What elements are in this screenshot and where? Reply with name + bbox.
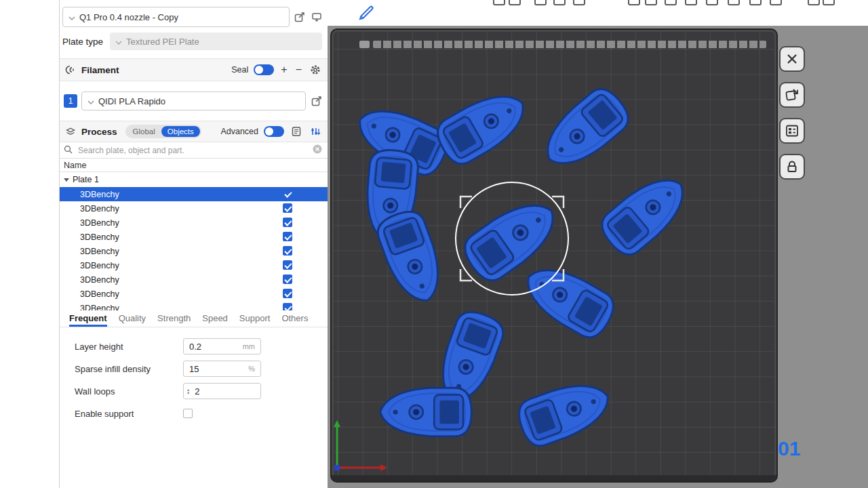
tab-frequent[interactable]: Frequent xyxy=(69,313,107,327)
plate-calibration-strip xyxy=(373,41,766,48)
setting-row: Wall loops▴▾2 xyxy=(75,383,328,399)
filament-section-header: Filament Seal + − xyxy=(60,58,328,81)
printer-row: Q1 Pro 0.4 nozzle - Copy xyxy=(60,0,328,27)
object-list-row[interactable]: 3DBenchy xyxy=(60,287,328,301)
scope-global-button[interactable]: Global xyxy=(127,126,161,137)
object-list-row[interactable]: 3DBenchy xyxy=(60,230,328,244)
setting-row: Sparse infill density15% xyxy=(75,361,328,377)
printer-select-value: Q1 Pro 0.4 nozzle - Copy xyxy=(79,12,178,22)
object-name: 3DBenchy xyxy=(80,218,119,228)
toolbar-icon-clipped[interactable] xyxy=(573,0,585,5)
plate-type-row: Plate type Textured PEI Plate xyxy=(60,27,328,52)
filament-settings-gear-icon[interactable] xyxy=(309,63,322,77)
toolbar-icon-clipped[interactable] xyxy=(728,0,740,5)
print-object-checkbox[interactable] xyxy=(283,289,292,298)
remove-filament-button[interactable]: − xyxy=(294,64,303,75)
object-list-row[interactable]: 3DBenchy xyxy=(60,301,328,310)
scope-objects-button[interactable]: Objects xyxy=(161,126,200,137)
edit-filament-icon[interactable] xyxy=(310,94,323,108)
pencil-tool-icon[interactable] xyxy=(357,3,375,24)
toolbar-icon-clipped[interactable] xyxy=(808,0,820,5)
advanced-toggle[interactable] xyxy=(264,126,284,137)
toolbar-icon-clipped[interactable] xyxy=(749,0,762,5)
setting-unit: mm xyxy=(243,342,255,350)
toolbar-icon-clipped[interactable] xyxy=(706,0,718,5)
tab-others[interactable]: Others xyxy=(281,313,308,327)
toolbar-icon-clipped[interactable] xyxy=(509,0,521,5)
tab-speed[interactable]: Speed xyxy=(202,313,228,327)
lock-plate-button[interactable] xyxy=(779,154,805,180)
filament-slot-row: 1 QIDI PLA Rapido xyxy=(60,81,328,121)
tab-quality[interactable]: Quality xyxy=(119,313,146,327)
setting-input[interactable]: 15% xyxy=(183,361,261,377)
setting-unit: % xyxy=(248,365,255,373)
object-list-row[interactable]: 3DBenchy xyxy=(60,244,328,258)
edit-preset-icon[interactable] xyxy=(293,10,307,24)
toolbar-icon-clipped[interactable] xyxy=(685,0,697,5)
toolbar-icon-clipped[interactable] xyxy=(534,0,547,5)
print-object-checkbox[interactable] xyxy=(283,218,292,227)
object-list-row[interactable]: 3DBenchy xyxy=(60,272,328,287)
arrange-plate-button[interactable] xyxy=(779,118,805,144)
print-object-checkbox[interactable] xyxy=(283,232,292,241)
print-object-checkbox[interactable] xyxy=(283,303,292,310)
process-section-header: Process Global Objects Advanced xyxy=(60,121,328,142)
toolbar-icon-clipped[interactable] xyxy=(645,0,657,5)
setting-input[interactable]: 0.2mm xyxy=(183,338,261,354)
filament-slot-index: 1 xyxy=(64,94,77,108)
seal-toggle[interactable] xyxy=(254,64,274,75)
app-window: Q1 Pro 0.4 nozzle - Copy Plate type Text… xyxy=(0,0,868,488)
print-object-checkbox[interactable] xyxy=(283,203,292,213)
parameter-table-icon[interactable] xyxy=(290,125,303,138)
printer-settings-icon[interactable] xyxy=(310,10,323,24)
settings-tabs: FrequentQualityStrengthSpeedSupportOther… xyxy=(60,310,328,327)
setting-checkbox[interactable] xyxy=(183,409,193,418)
toolbar-icon-clipped[interactable] xyxy=(628,0,640,5)
spinner-arrows-icon[interactable]: ▴▾ xyxy=(187,388,189,394)
filament-select[interactable]: QIDI PLA Rapido xyxy=(81,92,306,110)
print-object-checkbox[interactable] xyxy=(283,189,292,199)
search-input[interactable] xyxy=(77,145,309,156)
chevron-down-icon xyxy=(68,12,75,22)
tree-plate-row[interactable]: Plate 1 xyxy=(60,172,328,187)
clear-search-icon[interactable] xyxy=(313,144,322,157)
tab-strength[interactable]: Strength xyxy=(157,313,191,327)
print-object-checkbox[interactable] xyxy=(283,274,292,284)
tab-support[interactable]: Support xyxy=(239,313,271,327)
sort-objects-icon[interactable] xyxy=(309,125,322,138)
object-list-row[interactable]: 3DBenchy xyxy=(60,258,328,272)
setting-label: Layer height xyxy=(75,342,183,352)
object-name: 3DBenchy xyxy=(80,190,119,199)
left-gutter xyxy=(0,0,60,488)
name-column-header: Name xyxy=(64,161,86,170)
print-object-checkbox[interactable] xyxy=(283,260,292,270)
setting-value: 2 xyxy=(195,386,199,396)
add-filament-button[interactable]: + xyxy=(279,64,288,75)
setting-input[interactable]: ▴▾2 xyxy=(183,383,261,399)
toolbar-icon-clipped[interactable] xyxy=(553,0,566,5)
object-name: 3DBenchy xyxy=(80,275,119,285)
toolbar-icon-clipped[interactable] xyxy=(823,0,835,5)
toolbar-icon-clipped[interactable] xyxy=(493,0,505,5)
printer-select[interactable]: Q1 Pro 0.4 nozzle - Copy xyxy=(62,7,290,27)
object-list-row[interactable]: 3DBenchy xyxy=(60,201,328,216)
process-scope-toggle: Global Objects xyxy=(125,125,201,138)
plate-type-select[interactable]: Textured PEI Plate xyxy=(110,33,322,50)
plate-type-value: Textured PEI Plate xyxy=(126,37,199,47)
toolbar-icon-clipped[interactable] xyxy=(770,0,782,5)
delete-plate-button[interactable] xyxy=(779,46,805,72)
object-name: 3DBenchy xyxy=(80,261,119,270)
process-section-title: Process xyxy=(81,127,117,137)
collapse-caret-icon[interactable] xyxy=(64,178,69,182)
toolbar-icon-clipped[interactable] xyxy=(665,0,677,5)
object-list-row[interactable]: 3DBenchy xyxy=(60,216,328,230)
setting-label: Wall loops xyxy=(75,386,183,396)
advanced-label: Advanced xyxy=(220,127,258,136)
setting-value: 0.2 xyxy=(189,342,201,352)
print-object-checkbox[interactable] xyxy=(283,246,292,256)
object-list-row[interactable]: 3DBenchy xyxy=(60,187,328,201)
settings-rows: Layer height0.2mmSparse infill density15… xyxy=(75,338,328,422)
auto-orient-button[interactable] xyxy=(779,82,805,108)
viewport-3d[interactable]: 01 xyxy=(328,0,868,488)
object-name: 3DBenchy xyxy=(80,204,119,214)
